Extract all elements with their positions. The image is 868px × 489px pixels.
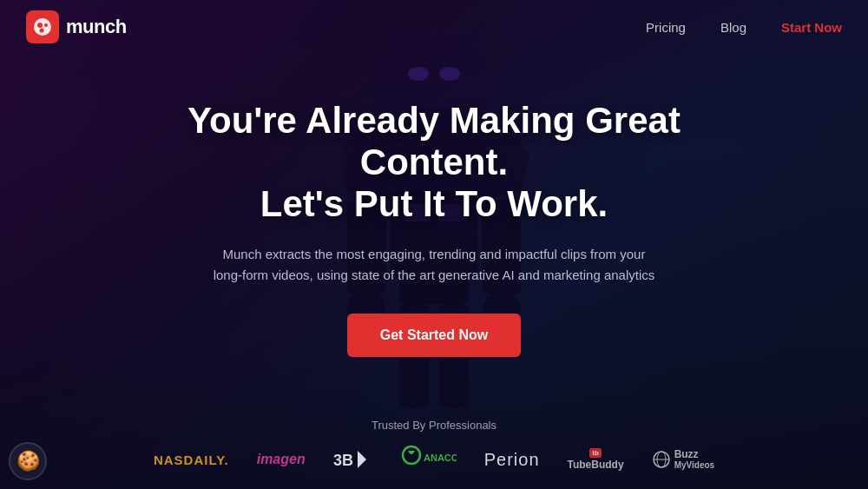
logo-icon xyxy=(26,10,59,43)
logos-row: NASDAILY. imagen 3B ANACONDA xyxy=(26,444,842,475)
logo-nasdaily: NASDAILY. xyxy=(154,453,229,467)
svg-text:ANACONDA: ANACONDA xyxy=(424,453,457,463)
svg-point-25 xyxy=(403,446,420,464)
svg-marker-24 xyxy=(358,451,366,468)
page-wrapper: munch Pricing Blog Start Now You're Alre… xyxy=(0,0,868,489)
cookie-consent-button[interactable]: 🍪 xyxy=(9,442,47,480)
svg-point-19 xyxy=(34,18,51,36)
logo-tubebuddy: tb TubeBuddy xyxy=(568,448,624,471)
trusted-label: Trusted By Professionals xyxy=(26,419,842,432)
logo-buzzmyvideos: Buzz MyVideos xyxy=(652,449,715,470)
nav-pricing[interactable]: Pricing xyxy=(646,20,686,35)
cta-button[interactable]: Get Started Now xyxy=(347,314,521,357)
logo-anaconda: ANACONDA xyxy=(396,444,457,475)
hero-section: You're Already Making Great Content. Let… xyxy=(0,45,868,419)
hero-subtitle: Munch extracts the most engaging, trendi… xyxy=(208,244,660,286)
svg-text:3B: 3B xyxy=(333,452,353,469)
nav-start-now[interactable]: Start Now xyxy=(781,20,842,35)
logo-imagen: imagen xyxy=(257,452,306,467)
svg-point-21 xyxy=(44,23,48,27)
logo-perion: Perion xyxy=(484,450,540,470)
nav-links: Pricing Blog Start Now xyxy=(646,20,842,35)
svg-point-20 xyxy=(37,23,43,28)
logo[interactable]: munch xyxy=(26,10,127,43)
cookie-icon: 🍪 xyxy=(16,450,40,472)
logo-text: munch xyxy=(66,16,127,38)
nav-blog[interactable]: Blog xyxy=(720,20,746,35)
hero-title: You're Already Making Great Content. Let… xyxy=(139,100,729,226)
trusted-section: Trusted By Professionals NASDAILY. image… xyxy=(0,419,868,489)
svg-point-22 xyxy=(40,29,44,33)
logo-3b: 3B xyxy=(333,446,368,472)
